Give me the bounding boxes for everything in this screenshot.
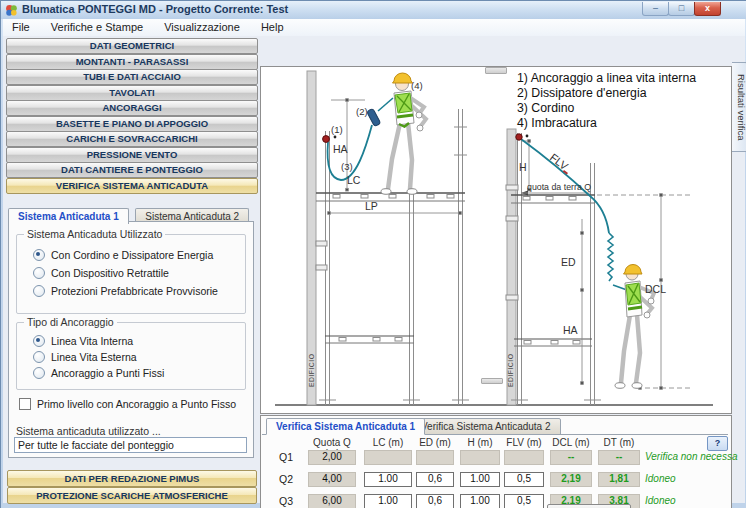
nav-verifica-sistema-anticaduta[interactable]: VERIFICA SISTEMA ANTICADUTA: [6, 178, 258, 194]
group-tipo-ancoraggio: Tipo di Ancoraggio Linea Vita Interna Li…: [16, 322, 246, 390]
nav-dati-cantiere-ponteggio[interactable]: DATI CANTIERE E PONTEGGIO: [6, 162, 258, 178]
label-ha-left: HA: [333, 143, 348, 155]
radio-label: Ancoraggio a Punti Fissi: [51, 367, 164, 379]
label-edificio-right: EDIFICIO: [507, 354, 514, 387]
cell-q3-h[interactable]: 1.00: [460, 494, 500, 508]
header-ed: ED (m): [416, 437, 454, 448]
header-dt: DT (m): [598, 437, 640, 448]
help-button[interactable]: ?: [707, 436, 728, 451]
cell-q3-lc[interactable]: 1.00: [364, 494, 412, 508]
nav-tubi-dati-acciaio[interactable]: TUBI E DATI ACCIAIO: [6, 69, 258, 85]
label-ed: ED: [561, 256, 576, 268]
row-label-q2: Q2: [277, 473, 293, 485]
header-lc: LC (m): [364, 437, 412, 448]
worker-standing: [381, 73, 426, 194]
tab-sistema-anticaduta-1[interactable]: Sistema Anticaduta 1: [8, 208, 129, 224]
minimize-button[interactable]: –: [642, 2, 669, 16]
cell-q2-dt: 1,81: [598, 472, 640, 487]
title-bar: Blumatica PONTEGGI MD - Progetto Corrent…: [1, 1, 746, 19]
cell-q1-ed: [416, 450, 454, 465]
menu-bar: File Verifiche e Stampe Visualizzazione …: [3, 19, 745, 37]
radio-icon: [33, 367, 45, 379]
anticaduta-diagram: 1) Ancoraggio a linea vita interna 2) Di…: [261, 67, 729, 411]
radio-linea-vita-esterna[interactable]: Linea Vita Esterna: [33, 351, 137, 363]
nav-montanti-parasassi[interactable]: MONTANTI - PARASASSI: [6, 54, 258, 70]
radio-ancoraggio-punti-fissi[interactable]: Ancoraggio a Punti Fissi: [33, 367, 164, 379]
header-dcl: DCL (m): [550, 437, 592, 448]
label-1: (1): [331, 124, 343, 135]
cell-q3-ed[interactable]: 0,6: [416, 494, 454, 508]
radio-label: Linea Vita Interna: [51, 335, 133, 347]
close-button[interactable]: x: [694, 2, 721, 16]
menu-help[interactable]: Help: [252, 19, 293, 35]
right-dimensions: [521, 140, 691, 390]
tab-verifica-anticaduta-2[interactable]: Verifica Sistema Anticaduta 2: [411, 418, 561, 435]
radio-label: Con Dispositivo Retrattile: [51, 267, 169, 279]
tab-verifica-anticaduta-1[interactable]: Verifica Sistema Anticaduta 1: [266, 418, 425, 435]
cell-q1-h: [460, 450, 500, 465]
nav-tavolati[interactable]: TAVOLATI: [6, 85, 258, 101]
verifica-panel: Verifica Sistema Anticaduta 1 Verifica S…: [260, 415, 732, 508]
status-q3: Idoneo: [645, 495, 676, 506]
row-label-q3: Q3: [277, 495, 293, 507]
legend-line-4: 4) Imbracatura: [517, 116, 597, 130]
button-dati-redazione-pimus[interactable]: DATI PER REDAZIONE PIMUS: [7, 470, 257, 487]
legend-line-1: 1) Ancoraggio a linea vita interna: [517, 71, 696, 85]
radio-icon: [33, 285, 45, 297]
nav-basette-piano-appoggio[interactable]: BASETTE E PIANO DI APPOGGIO: [6, 116, 258, 132]
radio-cordino-dissipatore[interactable]: Con Cordino e Dissipatore Energia: [33, 249, 213, 261]
nav-carichi-sovraccarichi[interactable]: CARICHI E SOVRACCARICHI: [6, 131, 258, 147]
label-dcl: DCL: [645, 283, 666, 295]
legend-line-2: 2) Dissipatore d'energia: [517, 86, 647, 100]
radio-dispositivo-retrattile[interactable]: Con Dispositivo Retrattile: [33, 267, 169, 279]
right-labels: FLV H quota da terra Q ED HA DCL EDIFICI…: [507, 151, 666, 387]
helmet: [624, 265, 643, 275]
group-title: Tipo di Ancoraggio: [24, 316, 117, 328]
sistema-utilizzato-input[interactable]: [14, 437, 247, 453]
checkbox-icon: [19, 398, 31, 410]
radio-label: Protezioni Prefabbricate Provvisorie: [51, 285, 218, 297]
legend-line-3: 3) Cordino: [517, 101, 575, 115]
nav-dati-geometrici[interactable]: DATI GEOMETRICI: [6, 38, 258, 54]
checkbox-label: Primo livello con Ancoraggio a Punto Fis…: [37, 398, 236, 410]
radio-icon: [33, 249, 45, 261]
radio-icon: [33, 335, 45, 347]
label-ha-right: HA: [563, 324, 578, 336]
tab-risultati-verifica[interactable]: Risultati verifica: [732, 62, 746, 152]
checkbox-primo-livello[interactable]: Primo livello con Ancoraggio a Punto Fis…: [19, 398, 236, 410]
nav-ancoraggi[interactable]: ANCORAGGI: [6, 100, 258, 116]
button-protezione-scariche-atmosferiche[interactable]: PROTEZIONE SCARICHE ATMOSFERICHE: [7, 487, 257, 504]
cell-q3-flv[interactable]: 0,5: [504, 494, 544, 508]
menu-file[interactable]: File: [3, 19, 39, 35]
cell-q2-ed[interactable]: 0,6: [416, 472, 454, 487]
header-h: H (m): [460, 437, 500, 448]
label-4: (4): [411, 80, 423, 91]
label-3: (3): [341, 161, 353, 172]
splitter-grip-top[interactable]: [485, 67, 507, 74]
label-lc: LC: [347, 174, 361, 186]
sistema-tab-page: Sistema Anticaduta Utilizzato Con Cordin…: [8, 221, 254, 458]
menu-visualizzazione[interactable]: Visualizzazione: [155, 19, 249, 35]
group-title: Sistema Anticaduta Utilizzato: [24, 228, 165, 240]
nav-pressione-vento[interactable]: PRESSIONE VENTO: [6, 147, 258, 163]
menu-verifiche-e-stampe[interactable]: Verifiche e Stampe: [42, 19, 152, 35]
cell-q1-flv: [504, 450, 544, 465]
label-lp: LP: [365, 200, 378, 212]
radio-protezioni-prefabbricate[interactable]: Protezioni Prefabbricate Provvisorie: [33, 285, 218, 297]
cell-q2-h[interactable]: 1.00: [460, 472, 500, 487]
label-h: H: [519, 161, 527, 173]
anchor-point-right: [516, 134, 522, 140]
radio-label: Con Cordino e Dissipatore Energia: [51, 249, 213, 261]
header-flv: FLV (m): [504, 437, 544, 448]
status-q2: Idoneo: [645, 473, 676, 484]
radio-label: Linea Vita Esterna: [51, 351, 137, 363]
deployed-dissipator-coil: [608, 233, 613, 281]
radio-linea-vita-interna[interactable]: Linea Vita Interna: [33, 335, 133, 347]
esegui-verifica-button[interactable]: Esegui Verifica: [547, 504, 631, 508]
cell-q2-lc[interactable]: 1.00: [364, 472, 412, 487]
splitter-grip-bottom[interactable]: [481, 378, 503, 384]
cell-q2-flv[interactable]: 0,5: [504, 472, 544, 487]
maximize-button[interactable]: □: [668, 2, 695, 16]
helmet: [393, 73, 413, 83]
cell-q1-dt: --: [598, 450, 640, 465]
